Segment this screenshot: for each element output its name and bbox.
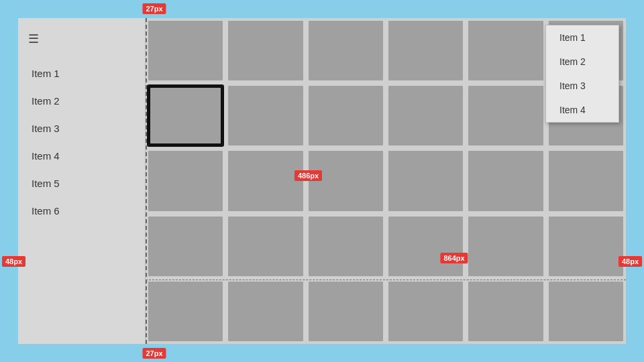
grid-cell[interactable] <box>388 21 463 80</box>
grid-cell[interactable] <box>228 151 303 210</box>
menu-item-3[interactable]: Item 3 <box>546 74 619 98</box>
grid-cell[interactable] <box>388 151 463 210</box>
dim-864-label: 864px <box>440 253 468 263</box>
grid-cell[interactable] <box>549 217 623 276</box>
main-area: ☰ Item 1 Item 2 Item 3 Item 4 Item 5 Ite… <box>18 18 626 344</box>
sidebar-item-2[interactable]: Item 2 <box>18 87 145 115</box>
menu-item-1[interactable]: Item 1 <box>546 25 619 50</box>
grid-cell[interactable] <box>549 151 623 210</box>
grid-cell[interactable] <box>388 282 463 341</box>
dim-top-label: 27px <box>142 3 166 14</box>
grid-cell[interactable] <box>228 282 303 341</box>
grid-cell[interactable] <box>309 217 383 276</box>
dim-486-label: 486px <box>294 170 322 181</box>
grid-cell[interactable] <box>228 217 303 276</box>
content-area: Item 1 Item 2 Item 3 Item 4 486px 864px <box>146 18 626 344</box>
grid-cell[interactable] <box>148 21 223 80</box>
dim-48-left-label: 48px <box>2 256 25 267</box>
dim-bottom-label: 27px <box>142 348 166 359</box>
grid-cell[interactable] <box>388 217 463 276</box>
sidebar-item-5[interactable]: Item 5 <box>18 170 145 197</box>
grid-cell[interactable] <box>388 86 463 145</box>
grid-cell[interactable] <box>148 217 223 276</box>
sidebar-item-4[interactable]: Item 4 <box>18 142 145 170</box>
grid-cell[interactable] <box>228 21 303 80</box>
grid-cell[interactable] <box>309 86 383 145</box>
grid-cell[interactable] <box>468 21 543 80</box>
grid-cell[interactable] <box>228 86 303 145</box>
sidebar-item-3[interactable]: Item 3 <box>18 115 145 142</box>
grid-cell[interactable] <box>468 86 543 145</box>
menu-item-4[interactable]: Item 4 <box>546 98 619 122</box>
grid-cell[interactable] <box>309 282 383 341</box>
grid-cell[interactable] <box>309 21 383 80</box>
dim-48-right-label: 48px <box>619 256 642 267</box>
grid-cell[interactable] <box>148 282 223 341</box>
hamburger-icon[interactable]: ☰ <box>18 25 145 60</box>
grid-cell[interactable] <box>468 151 543 210</box>
grid-cell[interactable] <box>148 151 223 210</box>
sidebar: ☰ Item 1 Item 2 Item 3 Item 4 Item 5 Ite… <box>18 18 146 344</box>
grid-cell[interactable] <box>468 282 543 341</box>
grid-cell[interactable] <box>468 217 543 276</box>
sidebar-item-1[interactable]: Item 1 <box>18 60 145 87</box>
grid-cell[interactable] <box>549 282 623 341</box>
context-menu: Item 1 Item 2 Item 3 Item 4 <box>545 25 619 123</box>
grid-cell-selected[interactable] <box>148 86 223 145</box>
sidebar-item-6[interactable]: Item 6 <box>18 197 145 225</box>
menu-item-2[interactable]: Item 2 <box>546 50 619 74</box>
